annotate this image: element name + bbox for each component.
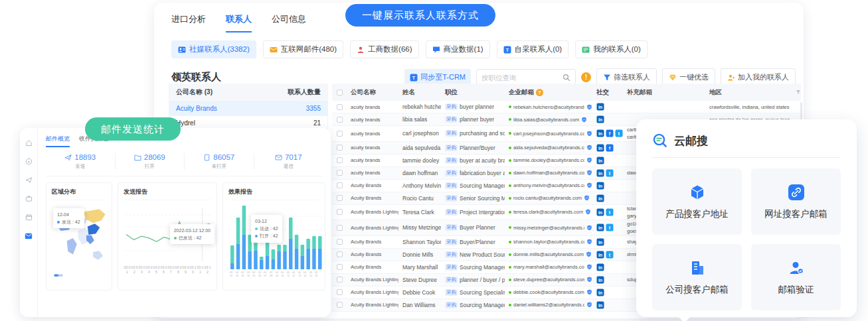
tab-1[interactable]: 联系人 xyxy=(226,13,252,32)
header-email: 企业邮箱? xyxy=(505,88,592,97)
svg-text:in: in xyxy=(598,145,602,150)
cell-name: Missy Metzinger xyxy=(398,224,441,231)
tw-icon[interactable]: t xyxy=(615,129,623,137)
cell-email: daniel.williams2@acuitybrands.com xyxy=(505,302,592,308)
row-checkbox[interactable] xyxy=(337,289,343,295)
verified-dot-icon xyxy=(509,211,511,214)
tab-0[interactable]: 进口分析 xyxy=(171,13,206,32)
row-checkbox[interactable] xyxy=(337,239,343,245)
email-help-icon[interactable]: ? xyxy=(536,89,543,96)
in-icon[interactable]: in xyxy=(596,289,604,296)
position-tag: 采购 xyxy=(445,103,458,110)
cell-email: rebekah.hutchens@acuitybrands.com xyxy=(505,104,592,110)
sidebar-briefcase-icon[interactable] xyxy=(25,194,33,203)
sidebar-calendar-icon[interactable] xyxy=(25,213,33,222)
cell-social: in xyxy=(592,103,623,111)
verified-dot-icon xyxy=(509,118,511,121)
stat-value: 7017 xyxy=(285,153,302,161)
source-tab-2[interactable]: 工商数据(66) xyxy=(350,40,418,58)
source-tab-1[interactable]: 互联网邮件(480) xyxy=(263,40,343,58)
mail-tab-0[interactable]: 邮件概览 xyxy=(46,135,70,147)
table-filter-icon[interactable] xyxy=(792,89,801,96)
in-icon[interactable]: in xyxy=(596,144,604,152)
row-checkbox[interactable] xyxy=(337,209,343,215)
select-all-checkbox[interactable] xyxy=(337,90,343,96)
shield-icon xyxy=(586,131,592,137)
cloud-tile-1[interactable]: 网址搜客户邮箱 xyxy=(751,168,841,235)
tab-2[interactable]: 公司信息 xyxy=(272,13,306,32)
search-icon[interactable] xyxy=(563,74,570,82)
row-checkbox[interactable] xyxy=(337,182,343,188)
verified-dot-icon xyxy=(509,105,511,108)
tw-icon[interactable]: t xyxy=(606,251,614,259)
cell-social: inf xyxy=(592,144,623,152)
cell-region: crawfordsville, indiana, united states xyxy=(705,104,792,110)
row-checkbox[interactable] xyxy=(337,264,343,270)
sidebar-send-icon[interactable] xyxy=(25,176,33,184)
row-checkbox[interactable] xyxy=(337,225,343,231)
row-checkbox[interactable] xyxy=(337,104,343,110)
plane-icon xyxy=(64,154,72,161)
cell-name: libia salas xyxy=(398,116,441,123)
tw-icon[interactable]: t xyxy=(606,208,614,216)
in-icon[interactable]: in xyxy=(596,103,604,111)
cell-name: Debbie Cook xyxy=(398,289,441,296)
in-icon[interactable]: in xyxy=(596,157,604,164)
in-icon[interactable]: in xyxy=(596,238,604,246)
row-checkbox[interactable] xyxy=(337,131,343,137)
help-icon[interactable]: ! xyxy=(581,72,591,82)
in-icon[interactable]: in xyxy=(596,251,604,259)
verified-dot-icon xyxy=(509,226,511,229)
source-tab-5[interactable]: 我的联系人(0) xyxy=(575,40,648,58)
tcrm-icon: T xyxy=(410,74,418,82)
shield-icon xyxy=(586,157,592,163)
row-checkbox[interactable] xyxy=(337,170,343,176)
sidebar-home-icon[interactable] xyxy=(25,139,33,147)
row-checkbox[interactable] xyxy=(337,251,343,257)
source-tab-0[interactable]: 社媒联系人(3382) xyxy=(171,40,256,58)
in-icon[interactable]: in xyxy=(596,115,604,123)
row-checkbox[interactable] xyxy=(337,117,343,123)
cloud-tile-0[interactable]: 产品搜客户地址 xyxy=(652,168,742,235)
cube-icon xyxy=(689,184,706,201)
sidebar-mail-active-icon[interactable] xyxy=(25,231,33,240)
in-icon[interactable]: in xyxy=(596,263,604,271)
tw-icon[interactable]: t xyxy=(606,169,614,177)
in-icon[interactable]: in xyxy=(596,208,604,216)
row-checkbox[interactable] xyxy=(337,277,343,283)
row-checkbox[interactable] xyxy=(337,157,343,163)
position-tag: 采购 xyxy=(445,239,458,245)
contact-row[interactable]: acuity brandsrebekah hutchens采购buyer pla… xyxy=(332,101,801,113)
box-blue-icon: T xyxy=(503,46,511,54)
in-icon[interactable]: in xyxy=(596,301,604,309)
chart-title: 发送报告 xyxy=(124,188,211,196)
source-tab-4[interactable]: T自采联系人(0) xyxy=(497,40,569,58)
id-card-blue-icon xyxy=(178,46,186,54)
tw-icon[interactable]: t xyxy=(606,224,614,231)
cloud-tile-2[interactable]: 公司搜客户邮箱 xyxy=(652,244,742,310)
cell-social: int xyxy=(592,224,623,231)
source-tab-3[interactable]: 商业数据(1) xyxy=(426,40,490,58)
in-icon[interactable]: in xyxy=(596,169,604,177)
in-icon[interactable]: in xyxy=(596,129,604,137)
position-tag: 采购 xyxy=(445,302,458,308)
in-icon[interactable]: in xyxy=(596,182,604,190)
cloud-tile-3[interactable]: 邮箱验证 xyxy=(751,244,841,310)
row-checkbox[interactable] xyxy=(337,302,343,308)
svg-text:in: in xyxy=(598,158,602,162)
in-icon[interactable]: in xyxy=(596,194,604,202)
sidebar-compass-icon[interactable] xyxy=(25,157,33,166)
fb-icon[interactable]: f xyxy=(606,129,614,137)
fb-icon[interactable]: f xyxy=(606,144,614,152)
search-input[interactable] xyxy=(481,74,563,82)
cell-position: 采购New Product Sourcir xyxy=(441,251,505,258)
cloud-search-title: 云邮搜 xyxy=(674,133,708,149)
cloud-tile-label: 网址搜客户邮箱 xyxy=(764,208,827,220)
row-checkbox[interactable] xyxy=(337,145,343,151)
cloud-card-tail xyxy=(678,310,690,321)
row-checkbox[interactable] xyxy=(337,195,343,201)
in-icon[interactable]: in xyxy=(596,224,604,231)
company-row-0[interactable]: Acuity Brands3355 xyxy=(169,101,327,115)
in-icon[interactable]: in xyxy=(596,276,604,284)
contact-table-header: 公司名称 姓名 职位 企业邮箱? 社交 补充邮箱 地区 xyxy=(332,84,801,101)
